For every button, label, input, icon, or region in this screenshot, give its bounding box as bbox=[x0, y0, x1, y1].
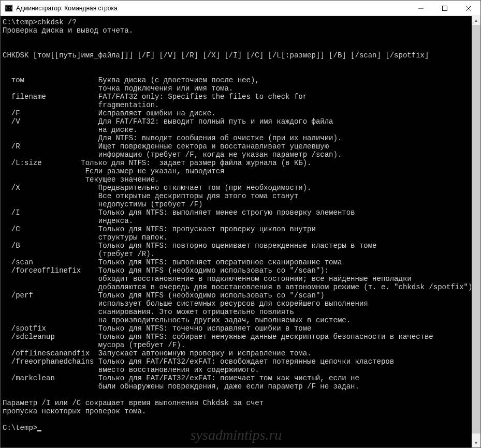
terminal-area: C:\temp>chkdsk /? Проверка диска и вывод… bbox=[1, 16, 480, 447]
titlebar[interactable]: C:\ Администратор: Командная строка bbox=[1, 1, 480, 16]
cursor bbox=[37, 430, 41, 431]
cmd-icon: C:\ bbox=[5, 4, 13, 12]
watermark: sysadmintips.ru bbox=[191, 431, 282, 439]
scrollbar[interactable]: ▲ ▼ bbox=[472, 16, 480, 447]
maximize-button[interactable] bbox=[433, 1, 457, 16]
minimize-button[interactable] bbox=[409, 1, 433, 16]
svg-text:C:\: C:\ bbox=[6, 6, 13, 10]
svg-rect-3 bbox=[443, 6, 447, 10]
scroll-down-button[interactable]: ▼ bbox=[472, 439, 480, 447]
terminal-output[interactable]: C:\temp>chkdsk /? Проверка диска и вывод… bbox=[1, 16, 472, 447]
scroll-up-button[interactable]: ▲ bbox=[472, 16, 480, 25]
window-controls bbox=[409, 1, 480, 16]
command-prompt-window: C:\ Администратор: Командная строка C:\t… bbox=[0, 0, 481, 448]
close-button[interactable] bbox=[457, 1, 480, 16]
window-title: Администратор: Командная строка bbox=[16, 5, 409, 12]
scroll-thumb[interactable] bbox=[472, 25, 480, 434]
